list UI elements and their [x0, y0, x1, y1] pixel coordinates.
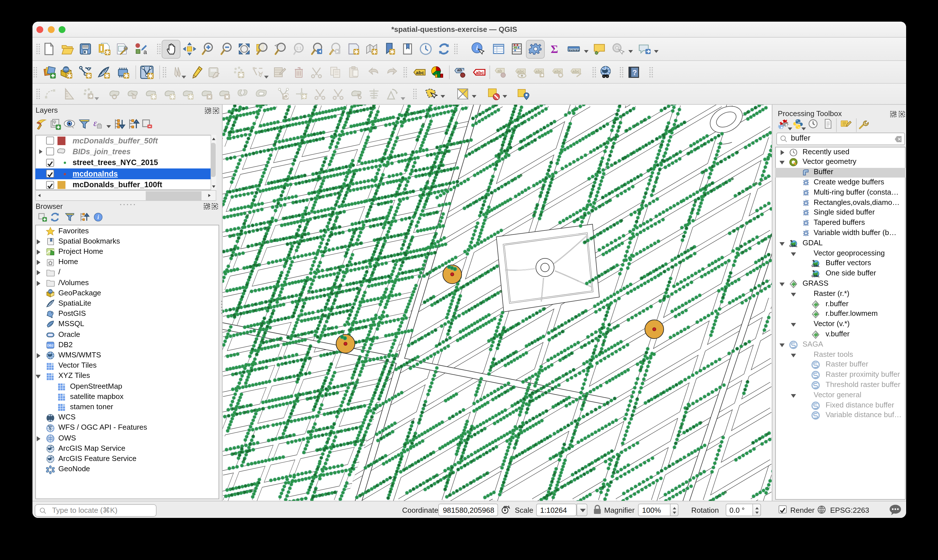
svg-text:1:1: 1:1 [296, 46, 302, 50]
svg-text:ab: ab [457, 67, 462, 72]
svg-text:GDAL: GDAL [789, 244, 797, 247]
svg-text:i: i [97, 214, 99, 220]
svg-text:abc: abc [517, 69, 524, 74]
svg-text:ab: ab [497, 68, 502, 73]
svg-text:abc: abc [475, 70, 484, 75]
svg-text:Σ: Σ [550, 43, 558, 55]
svg-text:abc: abc [572, 69, 580, 74]
svg-text:?: ? [632, 68, 637, 77]
svg-text:GDAL: GDAL [812, 275, 820, 278]
svg-text:a: a [143, 48, 147, 55]
svg-text:ε: ε [93, 118, 97, 128]
svg-text:i: i [476, 44, 478, 51]
svg-text:DB2: DB2 [47, 344, 54, 347]
svg-text:abc: abc [416, 70, 424, 75]
svg-text:GDAL: GDAL [812, 265, 820, 268]
